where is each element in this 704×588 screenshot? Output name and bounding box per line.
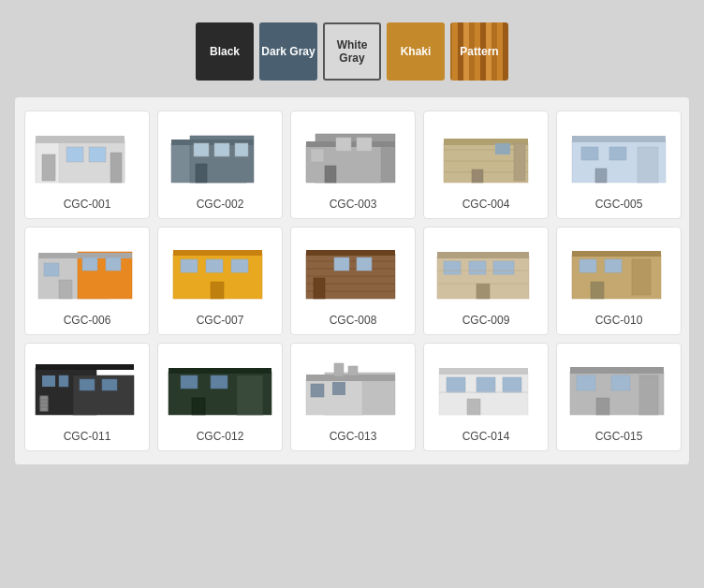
svg-rect-28	[472, 169, 483, 183]
svg-rect-47	[211, 282, 224, 299]
product-image-cgc-014	[430, 349, 542, 424]
svg-rect-57	[314, 278, 325, 299]
product-card-cgc-002[interactable]: CGC-002	[157, 110, 283, 219]
product-card-cgc-010[interactable]: CGC-010	[556, 227, 682, 335]
svg-rect-71	[591, 282, 604, 299]
svg-rect-62	[493, 261, 514, 274]
svg-rect-20	[325, 166, 336, 183]
svg-rect-6	[110, 153, 122, 183]
product-card-cgc-012[interactable]: CGC-012	[157, 343, 283, 451]
product-card-cgc-006[interactable]: CGC-006	[24, 227, 150, 335]
product-label-cgc-003: CGC-003	[330, 198, 377, 211]
svg-rect-13	[196, 164, 207, 183]
product-label-cgc-012: CGC-012	[197, 430, 244, 443]
svg-rect-82	[40, 407, 48, 411]
svg-rect-98	[447, 377, 465, 392]
color-swatch-pattern[interactable]: Pattern	[450, 22, 508, 81]
svg-rect-81	[40, 404, 48, 407]
product-image-cgc-001	[31, 117, 143, 192]
svg-rect-59	[437, 252, 529, 258]
product-image-cgc-002	[164, 117, 276, 192]
svg-rect-61	[469, 261, 486, 274]
color-swatch-white-gray[interactable]: White Gray	[323, 22, 381, 81]
svg-rect-70	[632, 259, 651, 295]
svg-rect-46	[231, 259, 248, 272]
product-card-cgc-008[interactable]: CGC-008	[290, 227, 416, 335]
product-label-cgc-011: CGC-011	[64, 430, 111, 443]
svg-rect-77	[80, 379, 95, 390]
svg-rect-10	[194, 143, 209, 156]
product-card-cgc-005[interactable]: CGC-005	[556, 110, 682, 219]
svg-rect-99	[477, 377, 495, 392]
product-label-cgc-006: CGC-006	[64, 314, 111, 327]
product-label-cgc-001: CGC-001	[64, 198, 111, 211]
svg-rect-30	[572, 136, 666, 142]
svg-rect-2	[36, 136, 125, 143]
svg-rect-100	[503, 377, 521, 392]
svg-rect-41	[59, 280, 72, 299]
product-card-cgc-001[interactable]: CGC-001	[24, 110, 150, 219]
product-image-cgc-003	[297, 117, 409, 192]
svg-rect-11	[214, 143, 229, 156]
product-label-cgc-015: CGC-015	[595, 430, 643, 443]
svg-rect-38	[44, 263, 59, 276]
product-label-cgc-005: CGC-005	[595, 198, 643, 211]
svg-rect-27	[514, 143, 525, 181]
svg-rect-101	[467, 399, 480, 415]
product-label-cgc-013: CGC-013	[330, 430, 377, 443]
color-swatch-dark-gray[interactable]: Dark Gray	[259, 22, 317, 81]
svg-rect-17	[311, 149, 324, 162]
product-label-cgc-004: CGC-004	[462, 198, 510, 211]
product-image-cgc-005	[563, 117, 675, 192]
product-label-cgc-002: CGC-002	[197, 198, 244, 211]
product-image-cgc-006	[31, 233, 143, 308]
svg-rect-80	[40, 400, 48, 404]
svg-rect-34	[595, 169, 607, 183]
svg-rect-45	[206, 259, 223, 272]
svg-rect-108	[596, 398, 609, 415]
svg-rect-104	[570, 367, 664, 374]
svg-rect-32	[609, 147, 626, 160]
svg-rect-26	[495, 143, 510, 154]
svg-rect-4	[89, 147, 106, 162]
svg-rect-39	[82, 257, 97, 271]
svg-rect-55	[334, 257, 349, 271]
svg-rect-5	[42, 154, 55, 181]
product-card-cgc-014[interactable]: CGC-014	[423, 343, 549, 451]
product-card-cgc-013[interactable]: CGC-013	[290, 343, 416, 451]
product-card-cgc-015[interactable]: CGC-015	[556, 343, 682, 451]
product-image-cgc-004	[430, 117, 542, 192]
product-label-cgc-014: CGC-014	[462, 430, 510, 443]
product-card-cgc-007[interactable]: CGC-007	[157, 227, 283, 335]
product-card-cgc-009[interactable]: CGC-009	[423, 227, 549, 335]
product-card-cgc-011[interactable]: CGC-011	[24, 343, 150, 451]
product-label-cgc-010: CGC-010	[595, 314, 643, 327]
product-label-cgc-009: CGC-009	[462, 314, 510, 327]
products-grid: CGC-001 CGC-002 CGC-003	[15, 97, 689, 464]
svg-rect-63	[477, 284, 490, 299]
svg-rect-78	[102, 379, 117, 390]
svg-rect-79	[40, 396, 48, 400]
svg-rect-67	[572, 251, 661, 257]
svg-rect-3	[66, 147, 83, 162]
svg-rect-68	[579, 259, 596, 272]
svg-rect-92	[332, 382, 345, 395]
svg-rect-74	[36, 364, 134, 370]
color-swatch-khaki[interactable]: Khaki	[387, 22, 445, 81]
svg-rect-85	[181, 375, 198, 389]
product-image-cgc-011	[31, 349, 143, 424]
product-image-cgc-015	[563, 349, 675, 424]
product-image-cgc-008	[297, 233, 409, 308]
product-card-cgc-003[interactable]: CGC-003	[290, 110, 416, 219]
svg-rect-40	[106, 257, 121, 271]
svg-rect-107	[639, 375, 658, 415]
product-card-cgc-004[interactable]: CGC-004	[423, 110, 549, 219]
svg-rect-95	[348, 366, 358, 375]
product-image-cgc-010	[563, 233, 675, 308]
svg-rect-60	[444, 261, 461, 274]
svg-rect-31	[581, 147, 598, 160]
color-swatch-black[interactable]: Black	[196, 22, 254, 81]
product-image-cgc-007	[164, 233, 276, 308]
svg-rect-44	[181, 259, 198, 272]
svg-rect-19	[357, 138, 372, 151]
